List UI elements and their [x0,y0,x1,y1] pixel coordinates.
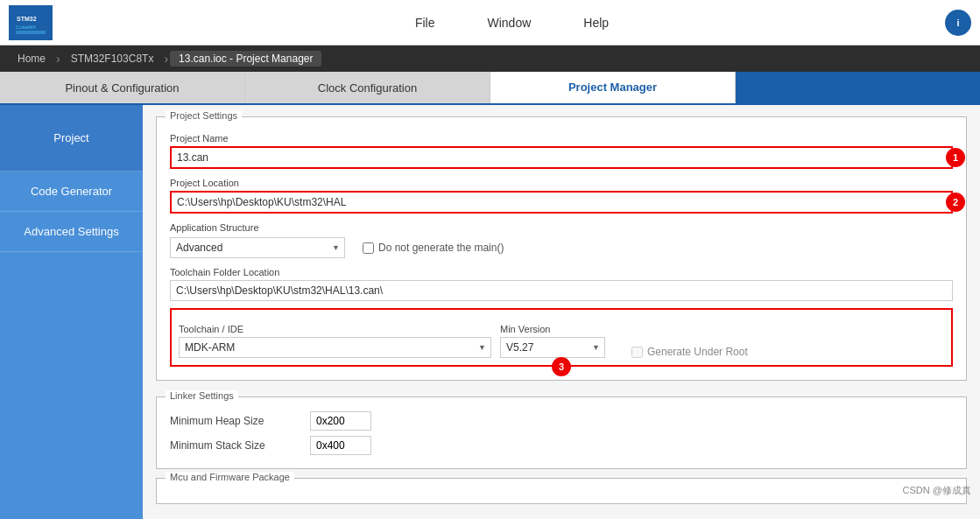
menu-file[interactable]: File [415,16,435,30]
badge-3: 3 [552,357,571,376]
svg-text:CubeMX: CubeMX [16,25,36,30]
min-version-label: Min Version [500,324,605,334]
generate-root-row: Generate Under Root [631,346,944,358]
do-not-generate-label: Do not generate the main() [378,242,504,254]
stm32-logo: STM32 CubeMX [9,5,53,40]
project-location-label: Project Location [170,178,953,188]
logo-area: STM32 CubeMX [9,5,53,40]
tab-bar: Pinout & Configuration Clock Configurati… [0,72,980,105]
linker-settings-title: Linker Settings [166,390,238,401]
min-version-group: Min Version V5.27 [500,317,605,358]
toolchain-select-wrapper: MDK-ARM [179,337,491,358]
app-structure-select-wrapper: Advanced [170,237,345,258]
toolchain-folder-label: Toolchain Folder Location [170,267,953,277]
breadcrumb: Home › STM32F103C8Tx › 13.can.ioc - Proj… [0,46,980,72]
stack-size-row: Minimum Stack Size [170,436,953,455]
svg-text:STM32: STM32 [17,16,37,22]
top-bar: STM32 CubeMX File Window Help i [0,0,980,46]
min-version-select-wrapper: V5.27 [500,337,605,358]
sidebar-item-advanced-settings[interactable]: Advanced Settings [0,212,143,252]
generate-under-root-label: Generate Under Root [647,346,748,358]
app-structure-label: Application Structure [170,222,953,233]
toolchain-ide-label: Toolchain / IDE [179,324,491,334]
main-content: Project Code Generator Advanced Settings… [0,105,980,519]
content-area: Project Settings Project Name 1 Project … [143,105,980,519]
linker-settings-section: Linker Settings Minimum Heap Size Minimu… [156,396,967,469]
csdn-watermark: CSDN @修成真 [903,484,971,497]
sidebar: Project Code Generator Advanced Settings [0,105,143,519]
breadcrumb-project[interactable]: 13.can.ioc - Project Manager [170,51,321,67]
menu-help[interactable]: Help [583,16,609,30]
tab-clock[interactable]: Clock Configuration [245,72,490,103]
project-settings-title: Project Settings [166,110,242,121]
sidebar-item-project[interactable]: Project [0,105,143,172]
tab-project-manager[interactable]: Project Manager [490,72,736,103]
app-structure-row: Advanced Do not generate the main() [170,237,953,258]
svg-rect-3 [16,31,46,34]
project-name-wrapper: 1 [170,146,953,169]
mcu-firmware-title: Mcu and Firmware Package [166,472,294,482]
heap-size-input[interactable] [310,411,371,431]
badge-1: 1 [946,148,965,167]
app-icon-top-right: i [945,10,971,36]
toolchain-select[interactable]: MDK-ARM [179,337,491,358]
app-structure-select[interactable]: Advanced [170,237,345,258]
project-name-input[interactable] [170,146,953,169]
sidebar-item-code-generator[interactable]: Code Generator [0,172,143,212]
heap-size-row: Minimum Heap Size [170,411,953,431]
stack-size-input[interactable] [310,436,371,455]
tab-extra[interactable] [736,72,980,103]
do-not-generate-checkbox[interactable] [363,242,374,254]
tab-pinout[interactable]: Pinout & Configuration [0,72,245,103]
menu-bar: File Window Help [79,16,945,30]
toolchain-ide-group: Toolchain / IDE MDK-ARM [179,317,491,358]
breadcrumb-home[interactable]: Home [9,51,54,67]
stack-size-label: Minimum Stack Size [170,439,293,452]
project-location-wrapper: 2 [170,191,953,214]
toolchain-folder-input[interactable] [170,280,953,301]
project-location-input[interactable] [170,191,953,214]
mcu-firmware-section: Mcu and Firmware Package [156,478,967,504]
menu-window[interactable]: Window [487,16,531,30]
breadcrumb-chip[interactable]: STM32F103C8Tx [62,51,163,67]
breadcrumb-arrow-2: › [164,52,168,66]
badge-2: 2 [946,193,965,212]
breadcrumb-arrow-1: › [56,52,60,66]
project-name-label: Project Name [170,133,953,144]
project-settings-section: Project Settings Project Name 1 Project … [156,116,967,381]
heap-size-label: Minimum Heap Size [170,415,293,427]
min-version-select[interactable]: V5.27 [500,337,605,358]
do-not-generate-row: Do not generate the main() [363,242,504,254]
generate-under-root-checkbox[interactable] [631,347,643,358]
